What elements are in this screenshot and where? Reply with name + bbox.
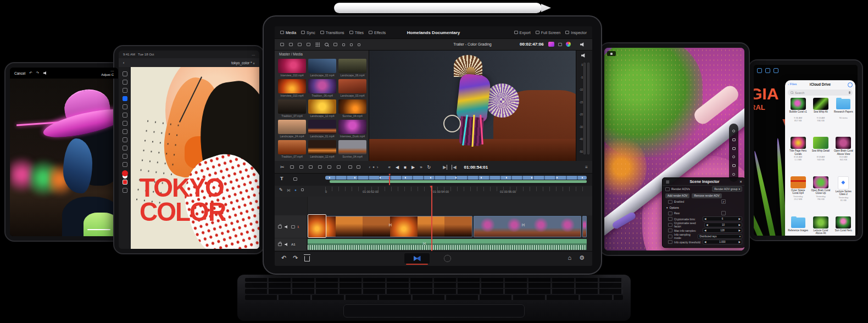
adjust-panel-label[interactable]: ⋯ Adjust C bbox=[101, 69, 114, 77]
timeline-clip-partial[interactable] bbox=[582, 216, 587, 237]
fill-tool[interactable] bbox=[123, 129, 127, 134]
video-track-lane[interactable]: [•] [•] bbox=[308, 215, 587, 238]
crop-handle[interactable] bbox=[87, 229, 110, 230]
resize-icon[interactable] bbox=[558, 43, 562, 46]
trackpad[interactable] bbox=[343, 304, 525, 318]
media-item[interactable]: Sunrise_04.mp4 bbox=[338, 99, 366, 118]
text-tool-icon[interactable]: T bbox=[280, 176, 283, 181]
sync-bin-icon[interactable] bbox=[348, 165, 352, 169]
sparkle-icon[interactable] bbox=[732, 155, 735, 158]
more-icon[interactable]: ⋯ bbox=[110, 69, 114, 73]
media-item[interactable]: Landscape_06.mp4 bbox=[338, 59, 366, 77]
key-row[interactable] bbox=[245, 289, 623, 294]
mute-icon[interactable] bbox=[285, 225, 288, 229]
media-item[interactable]: Interview_Dusk.mp4 bbox=[338, 120, 366, 138]
aov-group-dropdown[interactable]: Render AOV group▾ bbox=[712, 186, 742, 192]
undo-icon[interactable]: ↶ bbox=[29, 71, 32, 75]
lock-icon[interactable] bbox=[278, 225, 282, 229]
minimap-video-bar[interactable] bbox=[325, 176, 587, 180]
draw-icon[interactable] bbox=[765, 68, 770, 73]
edit-tool-icon[interactable] bbox=[290, 165, 294, 169]
remove-aov-button[interactable]: Remove render AOV bbox=[692, 193, 721, 198]
smudge-tool[interactable] bbox=[123, 121, 127, 126]
unlink-icon[interactable] bbox=[307, 43, 310, 46]
move-tool[interactable] bbox=[123, 71, 127, 76]
media-item[interactable]: Interview_010.mp4 bbox=[278, 79, 306, 98]
view-option-icon[interactable] bbox=[342, 43, 345, 46]
panel-titlebar[interactable]: Scene Inspector ✕ bbox=[663, 178, 744, 186]
seed-stepper[interactable]: ◀10▶ bbox=[704, 222, 742, 227]
undo-icon[interactable] bbox=[757, 68, 762, 73]
opacity-stepper[interactable]: ◀1.000▶ bbox=[703, 240, 742, 244]
match-frame-icon[interactable]: ◀ bbox=[452, 165, 456, 170]
file-item[interactable]: Sea Whip Detail8:58 AM943 KB bbox=[810, 137, 831, 161]
cut-tool-icon[interactable]: ✂ bbox=[280, 164, 285, 170]
audio-clip[interactable]: [•] bbox=[308, 239, 587, 250]
media-item[interactable]: Landscape_24.mp4 bbox=[278, 120, 306, 138]
redo-icon[interactable]: ↷ bbox=[36, 71, 39, 75]
options-row[interactable]: ▾ Options bbox=[663, 205, 744, 211]
file-item[interactable]: Sea Whip Alt9:16 AM936 KB bbox=[810, 98, 831, 122]
stop-button[interactable]: ■ bbox=[404, 165, 407, 170]
pen-icon[interactable]: ✎ bbox=[279, 187, 283, 192]
media-item[interactable]: Tradition_06.mp4 bbox=[308, 79, 336, 98]
go-to-start-button[interactable]: « bbox=[388, 165, 391, 170]
file-item[interactable]: Bubble Coral v19:36 AM857 KB bbox=[787, 98, 809, 122]
samples-stepper[interactable]: ◀128▶ bbox=[703, 228, 742, 233]
edit-tool-icon[interactable] bbox=[309, 165, 313, 169]
marker-icon[interactable]: ● bbox=[294, 188, 297, 192]
media-item[interactable]: Landscape_12.mp4 bbox=[308, 99, 336, 118]
cloud-icon[interactable] bbox=[732, 138, 736, 141]
inspector-button[interactable]: Inspector bbox=[565, 31, 587, 35]
timeline-ruler[interactable]: ✎ [e] ● 0 01:00:52:00 01:00:54:00 01:00:… bbox=[275, 186, 592, 197]
media-item[interactable]: Tradition_07.mp4 bbox=[278, 99, 306, 118]
canvas[interactable]: TOKYO COLOR bbox=[131, 67, 259, 249]
color-well[interactable] bbox=[122, 170, 128, 176]
audio-track-header[interactable]: A1 bbox=[275, 238, 307, 250]
edit-tool-icon[interactable] bbox=[327, 165, 331, 169]
close-icon[interactable]: ✕ bbox=[739, 180, 742, 183]
file-item[interactable]: Title Page Hero Corals8:03 AM1.1 MB bbox=[787, 137, 809, 161]
eyedropper-tool[interactable] bbox=[123, 162, 127, 167]
timeline-clip-sunset[interactable] bbox=[308, 216, 472, 237]
add-aov-button[interactable]: Add render AOV bbox=[665, 193, 689, 198]
loop-button[interactable]: ↻ bbox=[427, 165, 431, 170]
undo-icon[interactable]: ↶ bbox=[281, 254, 286, 261]
sort-icon[interactable] bbox=[333, 43, 337, 46]
color-boost-icon[interactable] bbox=[548, 42, 554, 47]
brush-settings[interactable] bbox=[123, 188, 127, 193]
import-media-icon[interactable] bbox=[289, 43, 293, 46]
sampling-mode-dropdown[interactable]: Distributed rays▾ bbox=[698, 234, 742, 239]
playhead[interactable] bbox=[431, 186, 432, 251]
cancel-button[interactable]: Cancel bbox=[14, 71, 25, 75]
file-item[interactable]: Open Brain Coral Close-UpYesterday780 KB bbox=[810, 176, 831, 202]
mic-icon[interactable] bbox=[849, 91, 850, 94]
edit-tool-icon[interactable] bbox=[299, 165, 303, 169]
media-item[interactable]: Landscape_03.mp4 bbox=[338, 79, 366, 98]
edit-tool-icon[interactable] bbox=[337, 165, 341, 169]
media-item[interactable]: Interview_010.mp4 bbox=[278, 59, 306, 77]
play-button[interactable]: ▶ bbox=[411, 165, 415, 170]
function-key-row[interactable] bbox=[245, 278, 623, 282]
snap-icon[interactable] bbox=[293, 177, 297, 181]
mute-icon[interactable] bbox=[43, 71, 47, 75]
file-item[interactable]: Lettuce Coral Above AltYesterday498 KB bbox=[810, 216, 831, 236]
settings-gear-icon[interactable]: ⚙ bbox=[579, 254, 585, 261]
view-option-icon[interactable] bbox=[350, 43, 353, 46]
media-item[interactable]: Landscape_02.mp4 bbox=[308, 59, 336, 77]
render-icon[interactable] bbox=[732, 164, 736, 167]
viewport-tag[interactable] bbox=[607, 51, 616, 56]
play-around-icon[interactable]: ▶ bbox=[443, 165, 447, 170]
cut-page-button[interactable] bbox=[404, 253, 430, 264]
home-icon[interactable]: ⌂ bbox=[567, 254, 571, 261]
color-page-button[interactable] bbox=[444, 255, 451, 262]
search-input[interactable]: Search bbox=[788, 90, 853, 96]
edit-tool-icon[interactable] bbox=[318, 165, 322, 169]
key-row[interactable] bbox=[245, 295, 623, 300]
bin-path[interactable]: Master / Media bbox=[275, 51, 369, 57]
brush-tool[interactable] bbox=[123, 96, 127, 101]
timeline-options-icon[interactable]: ≡ bbox=[585, 165, 588, 170]
timeline-clip-dancer[interactable] bbox=[474, 216, 581, 237]
color-swatch[interactable] bbox=[123, 180, 127, 185]
export-button[interactable]: Export bbox=[514, 31, 531, 35]
